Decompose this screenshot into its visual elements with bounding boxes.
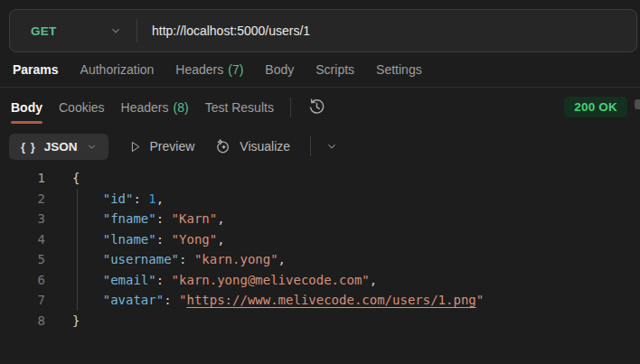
code-line-content: "avatar": "https://www.melivecode.com/us… bbox=[45, 290, 484, 311]
response-tabs: Body Cookies Headers(8) Test Results 200… bbox=[0, 88, 640, 126]
code-token: "email" bbox=[103, 273, 156, 287]
response-history-button[interactable] bbox=[307, 98, 326, 117]
line-number: 2 bbox=[0, 189, 45, 210]
code-token: "id" bbox=[103, 191, 134, 206]
tab-label: Cookies bbox=[59, 100, 105, 115]
code-token: } bbox=[72, 313, 80, 328]
tab-authorization[interactable]: Authorization bbox=[80, 62, 155, 77]
line-number: 6 bbox=[0, 270, 45, 291]
tab-body-request[interactable]: Body bbox=[265, 62, 294, 77]
line-number: 3 bbox=[0, 209, 45, 229]
code-line[interactable]: 3 "fname": "Karn", bbox=[0, 209, 640, 229]
tab-params[interactable]: Params bbox=[13, 62, 59, 77]
tab-headers-response[interactable]: Headers(8) bbox=[121, 88, 189, 126]
code-line-content: "id": 1, bbox=[45, 189, 164, 210]
code-line[interactable]: 2 "id": 1, bbox=[0, 189, 640, 210]
code-token: "fname" bbox=[103, 211, 156, 226]
code-token: "Karn" bbox=[172, 211, 218, 226]
code-token: : bbox=[133, 191, 148, 206]
preview-button[interactable]: Preview bbox=[128, 139, 195, 154]
format-label: JSON bbox=[44, 140, 78, 154]
code-token: : bbox=[156, 273, 172, 287]
code-line[interactable]: 5 "username": "karn.yong", bbox=[0, 249, 640, 270]
response-body-toolbar: { } JSON Preview Visualize bbox=[0, 126, 640, 166]
status-badge[interactable]: 200 OK bbox=[564, 97, 627, 117]
tab-label: Settings bbox=[376, 62, 422, 77]
tab-label: Headers bbox=[121, 100, 169, 115]
url-link[interactable]: https://www.melivecode.com/users/1.png bbox=[186, 293, 475, 307]
braces-icon: { } bbox=[21, 140, 36, 154]
line-number: 4 bbox=[0, 229, 45, 250]
code-line-content: "lname": "Yong", bbox=[45, 229, 225, 250]
tab-body-response[interactable]: Body bbox=[11, 88, 42, 126]
visualize-button[interactable]: Visualize bbox=[214, 138, 290, 155]
code-line-content: { bbox=[45, 168, 80, 189]
preview-label: Preview bbox=[150, 139, 195, 154]
code-line-content: } bbox=[45, 311, 80, 331]
tab-cookies[interactable]: Cookies bbox=[59, 88, 105, 126]
code-line[interactable]: 1{ bbox=[0, 168, 640, 189]
code-token: : bbox=[156, 211, 172, 226]
indent-guide bbox=[77, 189, 78, 311]
line-number: 1 bbox=[0, 168, 45, 189]
method-label: GET bbox=[31, 24, 57, 38]
chevron-down-icon bbox=[86, 141, 98, 153]
tab-scripts[interactable]: Scripts bbox=[315, 62, 354, 77]
code-line[interactable]: 7 "avatar": "https://www.melivecode.com/… bbox=[0, 290, 640, 311]
history-clock-icon bbox=[307, 98, 326, 117]
code-token: "lname" bbox=[103, 232, 156, 247]
tab-label: Body bbox=[265, 62, 294, 77]
code-token: "karn.yong" bbox=[194, 252, 278, 266]
line-number: 7 bbox=[0, 290, 45, 311]
code-line-content: "username": "karn.yong", bbox=[45, 249, 286, 270]
response-body-code-editor[interactable]: 1{2 "id": 1,3 "fname": "Karn",4 "lname":… bbox=[0, 166, 640, 331]
headers-count: (8) bbox=[174, 100, 189, 115]
cropped-ui-element bbox=[635, 99, 640, 109]
code-token: 1 bbox=[148, 191, 155, 206]
magic-sparkle-icon bbox=[214, 138, 231, 155]
tab-label: Headers bbox=[175, 62, 223, 77]
tab-test-results[interactable]: Test Results bbox=[205, 88, 274, 126]
code-token: , bbox=[156, 191, 164, 206]
tab-label: Scripts bbox=[315, 62, 354, 77]
tab-label: Test Results bbox=[205, 100, 274, 115]
visualize-label: Visualize bbox=[240, 139, 290, 154]
tab-label: Authorization bbox=[80, 62, 155, 77]
code-token: , bbox=[217, 211, 224, 226]
code-line[interactable]: 8} bbox=[0, 311, 640, 331]
code-token: "avatar" bbox=[103, 293, 164, 307]
chevron-down-icon bbox=[109, 24, 122, 37]
format-dropdown[interactable]: { } JSON bbox=[9, 134, 108, 160]
tab-headers-request[interactable]: Headers(7) bbox=[175, 62, 243, 77]
request-url-bar: GET http://localhost:5000/users/1 bbox=[9, 9, 637, 52]
code-token: : bbox=[164, 293, 179, 307]
line-number: 5 bbox=[0, 249, 45, 270]
code-line[interactable]: 6 "email": "karn.yong@melivecode.com", bbox=[0, 270, 640, 291]
play-icon bbox=[128, 140, 142, 154]
code-token: "Yong" bbox=[172, 232, 218, 247]
code-token: , bbox=[370, 273, 377, 287]
chevron-down-icon bbox=[325, 140, 338, 153]
code-token: { bbox=[72, 171, 80, 185]
code-line-content: "email": "karn.yong@melivecode.com", bbox=[45, 270, 377, 291]
code-token: "karn.yong@melivecode.com" bbox=[172, 273, 370, 287]
method-dropdown[interactable]: GET bbox=[10, 10, 136, 51]
code-token: " bbox=[476, 293, 484, 307]
tab-label: Body bbox=[11, 100, 42, 115]
code-token: , bbox=[278, 252, 286, 266]
tab-settings[interactable]: Settings bbox=[376, 62, 422, 77]
tab-label: Params bbox=[13, 62, 59, 77]
line-number: 8 bbox=[0, 311, 45, 331]
more-formats-button[interactable] bbox=[325, 140, 338, 153]
code-line-content: "fname": "Karn", bbox=[45, 209, 225, 229]
url-input[interactable]: http://localhost:5000/users/1 bbox=[137, 23, 636, 38]
request-tabs: Params Authorization Headers(7) Body Scr… bbox=[0, 52, 640, 88]
code-token: : bbox=[156, 232, 172, 247]
code-line[interactable]: 4 "lname": "Yong", bbox=[0, 229, 640, 250]
code-token: : bbox=[179, 252, 194, 266]
code-token: "username" bbox=[103, 252, 179, 266]
code-token: , bbox=[217, 232, 224, 247]
divider bbox=[290, 98, 291, 117]
divider bbox=[310, 136, 311, 156]
headers-count: (7) bbox=[228, 62, 243, 77]
